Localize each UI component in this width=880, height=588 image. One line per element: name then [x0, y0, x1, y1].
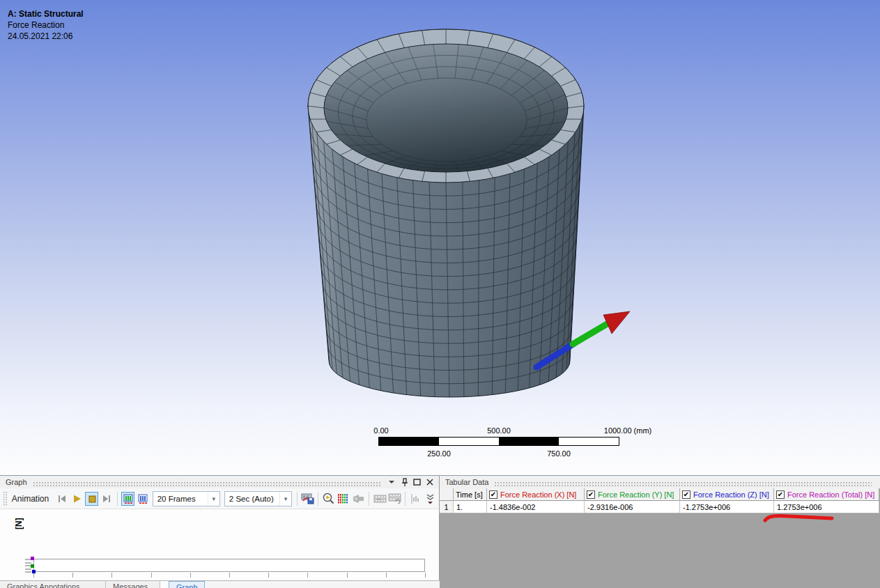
table-header-row: Time [s] ✔ Force Reaction (X) [N] ✔ Forc… [440, 488, 880, 501]
probe-chart-icon[interactable] [409, 492, 422, 506]
maximize-icon[interactable] [412, 477, 422, 487]
x-axis-tick [111, 573, 112, 578]
film-export-icon[interactable]: film [373, 492, 386, 506]
tab-graph[interactable]: Graph [169, 581, 205, 588]
animation-label: Animation [12, 494, 49, 504]
checkbox-checked[interactable]: ✔ [587, 490, 595, 499]
col-header-ftotal[interactable]: ✔ Force Reaction (Total) [N] [774, 488, 879, 501]
titlebar-texture [33, 481, 380, 486]
tabular-panel-titlebar: Tabular Data [440, 476, 880, 488]
animation-toolbar: Animation [0, 488, 439, 509]
result-grid-icon[interactable] [337, 492, 350, 506]
result-timestamp: 24.05.2021 22:06 [8, 31, 84, 42]
result-sets-icon[interactable] [121, 492, 134, 506]
go-to-start-button[interactable] [55, 492, 68, 506]
tab-messages[interactable]: Messages [106, 581, 160, 588]
go-to-end-button[interactable] [100, 492, 113, 506]
checkbox-checked[interactable]: ✔ [682, 490, 690, 499]
duration-dropdown-value: 2 Sec (Auto) [225, 495, 279, 503]
duration-dropdown[interactable]: 2 Sec (Auto) ▾ [224, 491, 292, 506]
bottom-tabstrip: Graphics Annotations Messages Graph [0, 580, 440, 588]
y-axis-tick [25, 562, 31, 564]
result-header: A: Static Structural Force Reaction 24.0… [8, 8, 84, 42]
tabular-panel-title: Tabular Data [445, 478, 488, 486]
analysis-title: A: Static Structural [8, 8, 84, 20]
fz-cell[interactable]: -1.2753e+006 [680, 501, 774, 513]
series-marker-y [31, 564, 34, 568]
play-button[interactable] [70, 492, 84, 506]
x-axis-tick [229, 573, 230, 578]
model-viewport[interactable]: A: Static Structural Force Reaction 24.0… [0, 0, 880, 475]
x-axis-tick [33, 573, 34, 578]
cylinder-mesh-scene [0, 0, 880, 475]
chevron-down-icon: ▾ [208, 492, 219, 506]
corner-cell [440, 488, 454, 501]
fx-cell[interactable]: -1.4836e-002 [487, 501, 585, 513]
checkbox-checked[interactable]: ✔ [776, 490, 785, 499]
graph-panel-title: Graph [6, 478, 27, 486]
x-axis-tick [190, 573, 191, 578]
x-axis-tick [425, 573, 426, 578]
col-header-fy[interactable]: ✔ Force Reaction (Y) [N] [585, 488, 680, 501]
fy-cell[interactable]: -2.9316e-006 [585, 501, 680, 513]
x-axis-tick [151, 573, 152, 578]
pin-icon[interactable] [399, 477, 410, 487]
film-refresh-icon[interactable] [388, 492, 401, 506]
time-steps-icon[interactable] [136, 492, 149, 506]
close-icon[interactable] [424, 477, 435, 487]
x-axis-tick [72, 573, 73, 578]
ftotal-cell[interactable]: 1.2753e+006 [774, 501, 879, 513]
tab-graphics-annotations[interactable]: Graphics Annotations [0, 581, 106, 588]
toolbar-grip[interactable] [3, 491, 8, 506]
tabular-data-panel: Tabular Data Time [s] ✔ Force Reaction (… [440, 476, 880, 588]
series-marker-total [31, 557, 34, 560]
y-axis-tick [25, 568, 31, 570]
row-index-cell: 1 [440, 501, 454, 513]
x-axis-tick [268, 573, 269, 578]
app-window: A: Static Structural Force Reaction 24.0… [0, 0, 880, 588]
x-axis-tick [347, 573, 348, 578]
graph-chart-area[interactable]: [N] [s] [0, 509, 439, 588]
col-header-time[interactable]: Time [s] [454, 488, 487, 501]
graph-panel: Graph Animation [0, 476, 440, 588]
table-row[interactable]: 1 1. -1.4836e-002 -2.9316e-006 -1.2753e+… [440, 501, 880, 513]
svg-text:film: film [377, 497, 382, 500]
chevron-down-icon: ▾ [279, 492, 291, 506]
y-axis-label: [N] [14, 518, 24, 529]
x-axis-tick [307, 573, 308, 578]
col-header-fz[interactable]: ✔ Force Reaction (Z) [N] [680, 488, 774, 501]
zoom-animation-icon[interactable] [322, 492, 335, 506]
frames-dropdown[interactable]: 20 Frames ▾ [153, 491, 220, 506]
col-header-fx[interactable]: ✔ Force Reaction (X) [N] [487, 488, 585, 501]
panel-menu-icon[interactable] [387, 477, 397, 487]
y-axis-tick [25, 571, 31, 573]
stop-button[interactable] [85, 492, 98, 506]
checkbox-checked[interactable]: ✔ [489, 490, 497, 499]
plot-box[interactable] [33, 559, 425, 572]
camera-icon[interactable] [352, 492, 365, 506]
time-cell[interactable]: 1. [454, 501, 487, 513]
graph-panel-titlebar: Graph [0, 476, 439, 488]
frames-dropdown-value: 20 Frames [153, 495, 208, 503]
x-axis-tick [386, 573, 387, 578]
series-marker-z [32, 570, 36, 573]
toolbar-overflow-chevrons[interactable] [424, 492, 437, 506]
titlebar-texture [494, 481, 872, 486]
result-name: Force Reaction [8, 20, 84, 31]
export-video-icon[interactable] [301, 492, 314, 506]
